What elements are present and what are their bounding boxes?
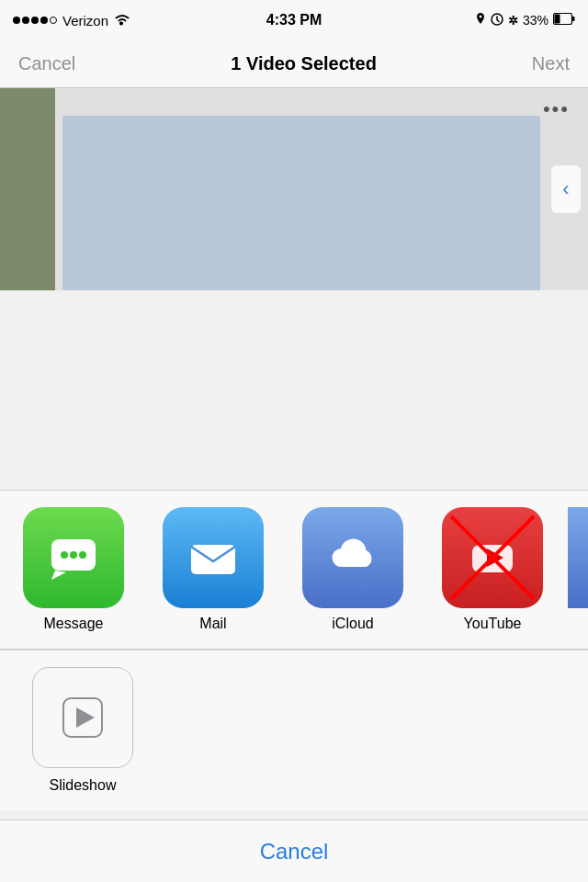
- signal-dot-4: [40, 17, 48, 24]
- share-item-partial[interactable]: [568, 507, 588, 632]
- svg-point-5: [61, 551, 68, 559]
- signal-dots: [13, 17, 57, 24]
- slideshow-label: Slideshow: [50, 777, 117, 794]
- signal-dot-3: [31, 17, 39, 24]
- share-item-message[interactable]: Message: [9, 507, 138, 632]
- partial-icon: [568, 507, 588, 608]
- youtube-label: YouTube: [464, 616, 522, 632]
- message-label: Message: [44, 616, 104, 632]
- nav-next-button[interactable]: Next: [532, 53, 570, 74]
- signal-dot-5: [50, 17, 57, 24]
- mail-label: Mail: [199, 616, 226, 632]
- share-item-icloud[interactable]: iCloud: [288, 507, 417, 632]
- share-item-youtube[interactable]: YouTube: [428, 507, 557, 632]
- share-item-mail[interactable]: Mail: [149, 507, 277, 632]
- bluetooth-icon: ✲: [508, 14, 518, 28]
- battery-icon: [553, 13, 575, 28]
- svg-rect-2: [555, 15, 560, 24]
- cancel-row: Cancel: [0, 820, 588, 882]
- status-bar: Verizon 4:33 PM ✲ 33%: [0, 0, 588, 40]
- wifi-icon: [114, 13, 130, 28]
- youtube-icon: [442, 507, 543, 608]
- status-left: Verizon: [13, 13, 130, 28]
- message-icon: [23, 507, 124, 608]
- svg-point-7: [79, 551, 86, 559]
- action-item-slideshow[interactable]: Slideshow: [18, 667, 147, 794]
- signal-dot-1: [13, 17, 20, 24]
- share-sheet: Message Mail iCloud: [0, 490, 588, 882]
- svg-point-6: [70, 551, 77, 559]
- svg-marker-14: [76, 707, 95, 728]
- svg-rect-8: [191, 545, 235, 574]
- clock-icon: [491, 13, 503, 28]
- carrier-label: Verizon: [62, 13, 108, 28]
- nav-cancel-button[interactable]: Cancel: [18, 53, 75, 74]
- status-time: 4:33 PM: [266, 12, 322, 28]
- icloud-label: iCloud: [332, 616, 373, 632]
- cancel-button[interactable]: Cancel: [260, 839, 329, 865]
- share-row: Message Mail iCloud: [0, 490, 588, 650]
- status-right: ✲ 33%: [475, 13, 575, 28]
- mail-icon: [163, 507, 264, 608]
- svg-rect-3: [572, 17, 575, 21]
- battery-percent: 33%: [523, 13, 548, 28]
- icloud-icon: [302, 507, 403, 608]
- slideshow-icon-box: [32, 667, 133, 768]
- more-dots[interactable]: •••: [543, 97, 570, 121]
- photo-main: [62, 116, 540, 290]
- nav-bar: Cancel 1 Video Selected Next: [0, 40, 588, 88]
- photo-thumb-left: [0, 88, 55, 290]
- signal-dot-2: [22, 17, 29, 24]
- content-area: ••• ‹: [0, 88, 588, 290]
- action-row: Slideshow: [0, 650, 588, 810]
- nav-title: 1 Video Selected: [231, 53, 377, 74]
- location-icon: [475, 13, 486, 28]
- chevron-back-button[interactable]: ‹: [551, 165, 581, 213]
